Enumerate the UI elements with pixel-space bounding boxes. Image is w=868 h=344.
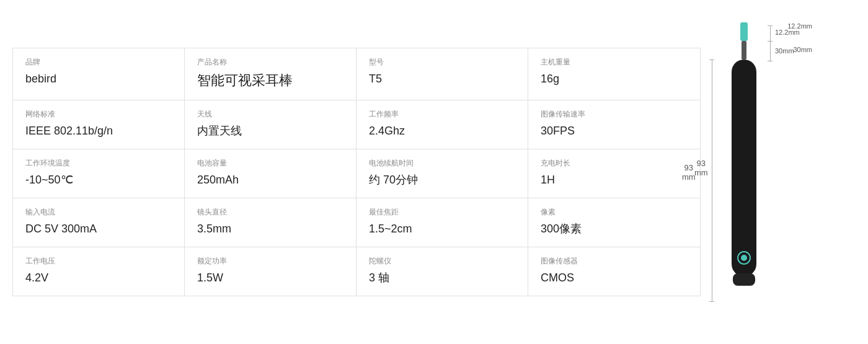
spec-label: 工作环境温度 — [25, 158, 172, 169]
spec-value: CMOS — [541, 270, 688, 286]
spec-label: 陀螺仪 — [369, 256, 515, 267]
spec-value: 1H — [541, 172, 688, 188]
spec-label: 天线 — [197, 109, 343, 120]
spec-cell-0-1: 产品名称智能可视采耳棒 — [185, 48, 356, 100]
spec-cell-3-0: 输入电流DC 5V 300mA — [13, 198, 185, 247]
spec-cell-2-2: 电池续航时间约 70分钟 — [356, 149, 528, 198]
spec-value: 3 轴 — [369, 270, 515, 286]
spec-label: 镜头直径 — [197, 207, 343, 218]
spec-cell-0-0: 品牌bebird — [13, 48, 185, 100]
spec-row-0: 品牌bebird产品名称智能可视采耳棒型号T5主机重量16g — [13, 48, 700, 101]
spec-value: T5 — [369, 71, 515, 87]
spec-cell-4-0: 工作电压4.2V — [13, 247, 185, 296]
svg-rect-2 — [732, 60, 756, 276]
spec-value: bebird — [25, 71, 172, 87]
spec-cell-1-0: 网络标准IEEE 802.11b/g/n — [13, 100, 185, 149]
spec-value: 约 70分钟 — [369, 172, 515, 188]
spec-row-3: 输入电流DC 5V 300mA镜头直径3.5mm最佳焦距1.5~2cm像素300… — [13, 198, 700, 247]
spec-cell-1-3: 图像传输速率30FPS — [528, 100, 700, 149]
spec-value: 30FPS — [541, 123, 688, 139]
spec-label: 品牌 — [25, 57, 172, 68]
spec-value: -10~50℃ — [25, 172, 172, 188]
spec-label: 电池续航时间 — [369, 158, 515, 169]
spec-cell-2-3: 充电时长1H — [528, 149, 700, 198]
page-container: 品牌bebird产品名称智能可视采耳棒型号T5主机重量16g网络标准IEEE 8… — [12, 22, 856, 322]
svg-rect-1 — [742, 41, 746, 60]
spec-label: 输入电流 — [25, 207, 172, 218]
spec-cell-1-2: 工作频率2.4Ghz — [356, 100, 528, 149]
spec-cell-3-2: 最佳焦距1.5~2cm — [356, 198, 528, 247]
dim-label-height: 93 mm — [694, 159, 708, 177]
spec-label: 工作频率 — [369, 109, 515, 120]
spec-value: 1.5~2cm — [369, 221, 515, 237]
spec-cell-3-3: 像素300像素 — [528, 198, 700, 247]
svg-rect-0 — [740, 22, 748, 41]
spec-label: 图像传输速率 — [541, 109, 688, 120]
spec-cell-4-2: 陀螺仪3 轴 — [356, 247, 528, 296]
spec-cell-3-1: 镜头直径3.5mm — [185, 198, 356, 247]
spec-value: 250mAh — [197, 172, 343, 188]
spec-value: DC 5V 300mA — [25, 221, 172, 237]
product-visual: 12.2mm 30mm 93 mm — [719, 22, 856, 322]
spec-cell-4-1: 额定功率1.5W — [185, 247, 356, 296]
specs-table: 品牌bebird产品名称智能可视采耳棒型号T5主机重量16g网络标准IEEE 8… — [12, 48, 701, 297]
dimension-height: 93 mm — [682, 163, 696, 182]
spec-value: IEEE 802.11b/g/n — [25, 123, 172, 139]
spec-label: 产品名称 — [197, 57, 343, 68]
spec-cell-0-2: 型号T5 — [356, 48, 528, 100]
spec-row-1: 网络标准IEEE 802.11b/g/n天线内置天线工作频率2.4Ghz图像传输… — [13, 100, 700, 149]
svg-rect-6 — [733, 273, 755, 286]
spec-cell-4-3: 图像传感器CMOS — [528, 247, 700, 296]
spec-label: 最佳焦距 — [369, 207, 515, 218]
spec-value: 内置天线 — [197, 123, 343, 139]
spec-value: 智能可视采耳棒 — [197, 71, 343, 90]
spec-label: 网络标准 — [25, 109, 172, 120]
dim-label-top: 12.2mm — [775, 29, 800, 36]
spec-cell-1-1: 天线内置天线 — [185, 100, 356, 149]
spec-label: 像素 — [541, 207, 688, 218]
spec-label: 充电时长 — [541, 158, 688, 169]
dimension-middle: 30mm — [793, 46, 812, 53]
spec-value: 2.4Ghz — [369, 123, 515, 139]
spec-label: 图像传感器 — [541, 256, 688, 267]
spec-label: 电池容量 — [197, 158, 343, 169]
spec-value: 4.2V — [25, 270, 172, 286]
spec-row-2: 工作环境温度-10~50℃电池容量250mAh电池续航时间约 70分钟充电时长1… — [13, 149, 700, 198]
spec-label: 额定功率 — [197, 256, 343, 267]
spec-value: 300像素 — [541, 221, 688, 237]
spec-value: 3.5mm — [197, 221, 343, 237]
spec-cell-2-1: 电池容量250mAh — [185, 149, 356, 198]
device-image: 12.2mm 30mm 93 mm — [719, 22, 769, 322]
spec-label: 型号 — [369, 57, 515, 68]
spec-value: 1.5W — [197, 270, 343, 286]
spec-cell-0-3: 主机重量16g — [528, 48, 700, 100]
spec-cell-2-0: 工作环境温度-10~50℃ — [13, 149, 185, 198]
spec-value: 16g — [541, 71, 688, 87]
spec-label: 主机重量 — [541, 57, 688, 68]
svg-point-5 — [741, 255, 747, 261]
dim-label-middle: 30mm — [775, 47, 794, 55]
device-svg: bebird — [719, 22, 769, 320]
spec-label: 工作电压 — [25, 256, 172, 267]
spec-row-4: 工作电压4.2V额定功率1.5W陀螺仪3 轴图像传感器CMOS — [13, 247, 700, 296]
